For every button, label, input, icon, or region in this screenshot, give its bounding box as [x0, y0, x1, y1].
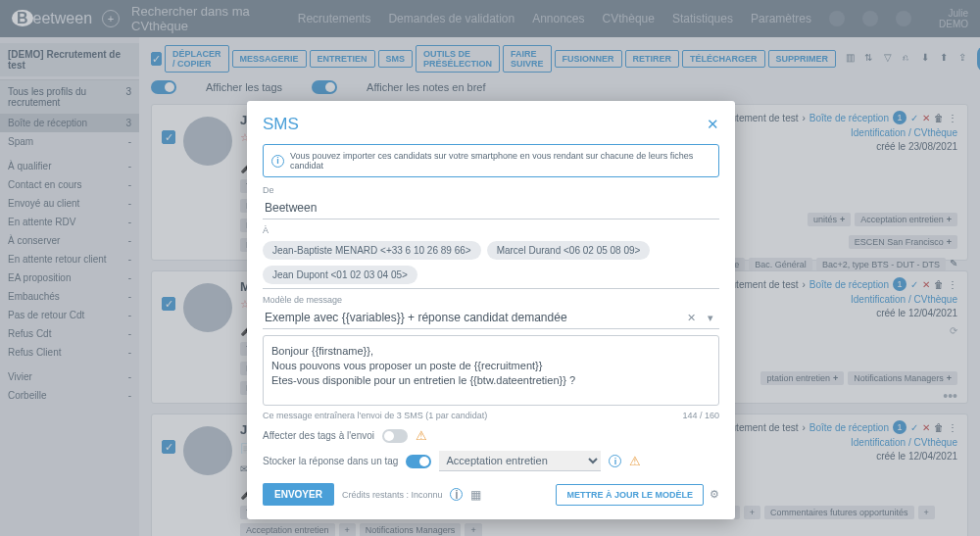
- opt-store-label: Stocker la réponse dans un tag: [263, 456, 398, 466]
- info-banner: i Vous pouvez importer ces candidats sur…: [263, 144, 719, 177]
- from-label: De: [263, 185, 719, 195]
- send-summary: Ce message entraînera l'envoi de 3 SMS (…: [263, 411, 487, 420]
- sms-modal: SMS ✕ i Vous pouvez importer ces candida…: [247, 101, 735, 519]
- recipients-field[interactable]: Jean-Baptiste MENARD <+33 6 10 26 89 66>…: [263, 237, 719, 289]
- recipient-chip[interactable]: Jean-Baptiste MENARD <+33 6 10 26 89 66>: [263, 241, 481, 260]
- info-icon[interactable]: i: [609, 455, 621, 467]
- chevron-down-icon[interactable]: ▾: [702, 312, 719, 324]
- recipient-chip[interactable]: Marcel Durand <06 02 05 08 09>: [487, 241, 651, 260]
- opt-tags-label: Affecter des tags à l'envoi: [263, 430, 374, 441]
- toggle-affect-tags[interactable]: [382, 429, 408, 443]
- template-select[interactable]: ✕ ▾: [263, 307, 719, 329]
- store-tag-select[interactable]: Acceptation entretien: [439, 451, 601, 471]
- from-input[interactable]: [263, 197, 719, 219]
- credits-label: Crédits restants : Inconnu: [342, 490, 443, 500]
- modal-title: SMS: [263, 115, 299, 134]
- char-count: 144 / 160: [682, 411, 719, 420]
- warning-icon: ⚠: [629, 454, 641, 468]
- warning-icon: ⚠: [416, 428, 427, 443]
- info-icon[interactable]: i: [450, 488, 463, 501]
- recipient-chip[interactable]: Jean Dupont <01 02 03 04 05>: [263, 266, 417, 284]
- to-label: À: [263, 225, 719, 235]
- template-label: Modèle de message: [263, 295, 719, 305]
- clear-icon[interactable]: ✕: [681, 312, 702, 324]
- calculator-icon[interactable]: ▦: [470, 488, 481, 502]
- toggle-store-tag[interactable]: [406, 455, 431, 468]
- send-button[interactable]: ENVOYER: [263, 483, 334, 506]
- template-input[interactable]: [263, 307, 681, 328]
- close-icon[interactable]: ✕: [707, 116, 719, 133]
- info-icon: i: [271, 155, 284, 168]
- gear-icon[interactable]: ⚙: [710, 488, 719, 501]
- message-body[interactable]: Bonjour {{firstname}}, Nous pouvons vous…: [263, 335, 719, 406]
- update-template-button[interactable]: METTRE À JOUR LE MODÈLE: [556, 484, 704, 506]
